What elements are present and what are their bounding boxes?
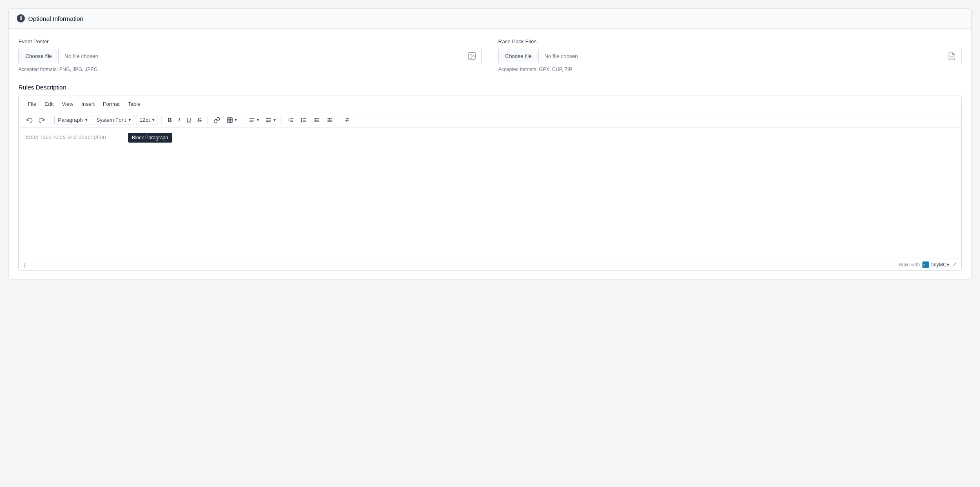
editor-menubar: File Edit View Insert Format Table — [19, 96, 961, 112]
event-poster-input-container: Choose file No file chosen — [18, 48, 482, 64]
svg-point-25 — [301, 120, 302, 121]
menu-insert[interactable]: Insert — [77, 99, 99, 109]
rules-description-section: Rules Description File Edit View Insert … — [18, 84, 962, 271]
bold-button[interactable]: B — [165, 115, 174, 125]
race-pack-choose-btn[interactable]: Choose file — [499, 49, 539, 63]
svg-text:t: t — [923, 263, 924, 267]
svg-point-1 — [470, 54, 471, 55]
font-size-select[interactable]: 12pt ▾ — [136, 115, 158, 125]
tinymce-branding: Build with t tinyMCE — [899, 261, 956, 268]
font-select[interactable]: System Font ▾ — [93, 115, 134, 125]
separator-1 — [51, 116, 51, 124]
menu-format[interactable]: Format — [99, 99, 124, 109]
table-button[interactable]: ▾ — [224, 115, 239, 125]
svg-point-24 — [301, 118, 302, 119]
line-height-button[interactable]: ▾ — [263, 115, 278, 125]
image-icon — [463, 48, 481, 64]
paragraph-select[interactable]: Paragraph ▾ — [54, 115, 91, 125]
unordered-list-button[interactable] — [298, 115, 310, 125]
race-pack-label: Race Pack Files — [498, 38, 962, 45]
event-poster-formats: Accepted formats: PNG, JPG, JPEG — [18, 67, 482, 72]
file-icon — [942, 48, 961, 64]
race-pack-formats: Accepted formats: GPX, CUP, ZIP — [498, 67, 962, 72]
underline-button[interactable]: U — [184, 115, 194, 125]
paragraph-select-wrapper: Paragraph ▾ Block Paragraph — [54, 115, 91, 125]
separator-2 — [161, 116, 162, 124]
editor-toolbar: Paragraph ▾ Block Paragraph System Font … — [19, 112, 961, 128]
event-poster-choose-btn[interactable]: Choose file — [19, 49, 59, 63]
undo-button[interactable] — [24, 115, 35, 125]
content-area: Event Poster Choose file No file chosen … — [9, 29, 971, 279]
undo-redo-group — [24, 115, 47, 125]
strikethrough-button[interactable]: S — [195, 115, 204, 125]
editor-content[interactable]: Enter race rules and description — [19, 128, 961, 259]
menu-table[interactable]: Table — [124, 99, 145, 109]
race-pack-group: Race Pack Files Choose file No file chos… — [498, 38, 962, 72]
rules-description-label: Rules Description — [18, 84, 962, 91]
indent-decrease-button[interactable] — [324, 115, 336, 125]
separator-3 — [207, 116, 208, 124]
section-title: Optional Information — [28, 15, 83, 22]
section-header: ℹ Optional Information — [9, 9, 971, 29]
race-pack-filename: No file chosen — [539, 49, 942, 63]
redo-button[interactable] — [36, 115, 47, 125]
optional-info-section: ℹ Optional Information Event Poster Choo… — [8, 8, 972, 279]
align-button[interactable]: ▾ — [246, 115, 261, 125]
file-upload-row: Event Poster Choose file No file chosen … — [18, 38, 962, 72]
svg-point-26 — [301, 121, 302, 122]
menu-edit[interactable]: Edit — [40, 99, 58, 109]
italic-button[interactable]: I — [176, 115, 183, 125]
ordered-list-button[interactable]: 1.2.3. — [285, 115, 296, 125]
event-poster-group: Event Poster Choose file No file chosen … — [18, 38, 482, 72]
separator-4 — [243, 116, 243, 124]
indent-increase-button[interactable] — [311, 115, 323, 125]
event-poster-filename: No file chosen — [59, 49, 463, 63]
race-pack-input-container: Choose file No file chosen — [498, 48, 962, 64]
svg-rect-4 — [227, 118, 232, 123]
clear-formatting-button[interactable]: T — [343, 115, 351, 125]
editor-container: File Edit View Insert Format Table — [18, 96, 962, 271]
editor-footer: p Build with t tinyMCE — [19, 259, 961, 270]
editor-tag: p — [24, 262, 27, 268]
svg-text:3.: 3. — [288, 121, 290, 123]
separator-5 — [281, 116, 282, 124]
menu-file[interactable]: File — [24, 99, 40, 109]
menu-view[interactable]: View — [58, 99, 77, 109]
editor-placeholder: Enter race rules and description — [25, 134, 106, 140]
event-poster-label: Event Poster — [18, 38, 482, 45]
separator-6 — [339, 116, 339, 124]
link-button[interactable] — [211, 115, 223, 125]
info-icon: ℹ — [17, 14, 25, 22]
